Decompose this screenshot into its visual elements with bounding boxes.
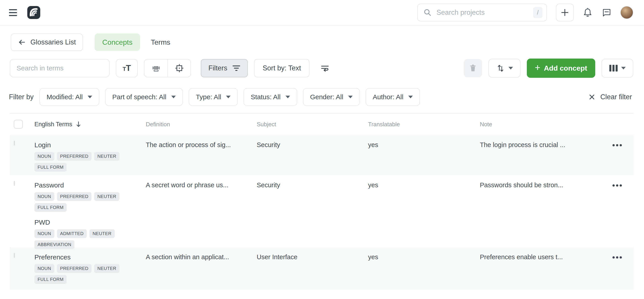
search-projects-box[interactable]: / [417,3,547,21]
badge: NEUTER [90,229,115,238]
tab-concepts[interactable]: Concepts [94,33,140,51]
translatable-cell: yes [368,135,480,175]
search-options-group [144,59,191,77]
row-actions-button[interactable] [612,184,622,187]
row-actions-button[interactable] [612,144,622,147]
sort-by-label: Sort by: Text [262,64,301,72]
wrap-text-button[interactable] [320,63,330,73]
match-case-button[interactable]: TT [116,59,138,77]
row-checkbox[interactable] [14,141,15,145]
filter-modified[interactable]: Modified: All [39,88,99,106]
filter-icon [232,65,240,71]
term-name[interactable]: Login [34,141,146,149]
plus-icon [560,8,569,17]
filter-by-label: Filter by [9,93,34,101]
filter-bar: Filter by Modified: All Part of speech: … [9,88,633,106]
table-row[interactable]: Preferences NOUN PREFERRED NEUTER FULL F… [10,247,634,290]
add-concept-button[interactable]: + Add concept [527,58,595,78]
term-badges: NOUN PREFERRED NEUTER [34,264,146,273]
table-header-row: English Terms Definition Subject Transla… [10,113,634,135]
definition-cell: A section within an applicat... [146,247,257,290]
chevron-down-icon [88,96,92,98]
keyboard-shortcut-badge: / [533,7,542,18]
term-name[interactable]: Preferences [34,253,146,261]
term-badges: FULL FORM [34,163,146,172]
exact-match-button[interactable] [168,59,190,77]
note-cell: The login process is crucial ... [480,135,604,175]
arrow-left-icon [18,38,26,46]
term-badges: NOUN PREFERRED NEUTER [34,152,146,161]
term-badges: FULL FORM [34,275,146,284]
terms-toolbar: TT Filters [10,58,633,78]
filter-type-label: Type: All [196,93,221,101]
definition-cell: The action or process of sig... [146,135,257,175]
plus-icon: + [535,63,540,72]
column-settings-button[interactable] [602,59,633,77]
term-badges: FULL FORM [34,203,146,212]
filters-button-label: Filters [208,64,227,72]
badge: FULL FORM [34,275,67,284]
match-case-icon: TT [123,64,131,72]
whole-word-button[interactable] [144,59,168,77]
table-row[interactable]: Password NOUN PREFERRED NEUTER FULL FORM… [10,175,634,247]
filter-author-label: Author: All [373,93,404,101]
badge: FULL FORM [34,203,67,212]
filter-part-of-speech-label: Part of speech: All [112,93,166,101]
translatable-cell: yes [368,247,480,290]
column-header-translatable: Translatable [368,121,480,128]
sort-direction-down-icon [75,121,82,128]
glossary-tabs: Glossaries List Concepts Terms [11,33,644,51]
add-concept-label: Add concept [544,64,587,72]
search-projects-input[interactable] [436,8,528,17]
back-button-label: Glossaries List [30,38,76,46]
chevron-down-icon [171,96,176,98]
user-avatar[interactable] [620,6,633,19]
filter-status[interactable]: Status: All [244,88,297,106]
badge: NEUTER [94,264,120,273]
filter-type[interactable]: Type: All [189,88,238,106]
terms-cell: Login NOUN PREFERRED NEUTER FULL FORM [34,135,146,175]
row-checkbox[interactable] [14,253,15,258]
badge: ADMITTED [57,229,87,238]
term-name[interactable]: Password [34,181,146,189]
note-cell: Passwords should be stron... [480,175,604,249]
search-in-terms-input[interactable] [16,64,103,72]
delete-button[interactable] [464,59,482,77]
search-in-terms-box[interactable] [10,59,110,77]
back-to-glossaries-button[interactable]: Glossaries List [11,33,83,51]
definition-cell: A secret word or phrase us... [146,175,257,249]
filter-part-of-speech[interactable]: Part of speech: All [105,88,183,106]
app-logo-icon[interactable] [27,6,40,19]
chevron-down-icon [348,96,353,98]
row-actions-button[interactable] [612,256,622,259]
term-name[interactable]: PWD [34,219,146,226]
badge: FULL FORM [34,163,67,172]
translatable-cell: yes [368,175,480,249]
column-header-english-terms[interactable]: English Terms [34,121,146,128]
column-header-subject: Subject [257,121,368,128]
term-badges: NOUN ADMITTED NEUTER [34,229,146,238]
subject-cell: User Interface [257,247,368,290]
menu-icon[interactable] [9,9,19,16]
column-header-label: English Terms [34,121,72,128]
chevron-down-icon [621,67,626,69]
badge: NOUN [34,152,54,161]
chat-feedback-icon[interactable] [602,7,611,17]
table-row[interactable]: Login NOUN PREFERRED NEUTER FULL FORM Th… [10,135,634,175]
notifications-bell-icon[interactable] [583,7,592,17]
badge: PREFERRED [57,264,92,273]
close-icon [588,93,596,101]
filter-author[interactable]: Author: All [366,88,420,106]
filter-gender[interactable]: Gender: All [303,88,360,106]
row-checkbox[interactable] [14,181,15,186]
import-export-button[interactable] [488,59,520,77]
filter-modified-label: Modified: All [46,93,83,101]
create-new-button[interactable] [556,3,574,21]
clear-filter-button[interactable]: Clear filter [587,93,633,101]
sort-by-button[interactable]: Sort by: Text [254,59,310,77]
badge: NEUTER [94,192,120,201]
select-all-checkbox[interactable] [14,120,23,129]
chevron-down-icon [286,96,290,98]
filters-button[interactable]: Filters [201,59,248,77]
tab-terms[interactable]: Terms [151,38,170,46]
